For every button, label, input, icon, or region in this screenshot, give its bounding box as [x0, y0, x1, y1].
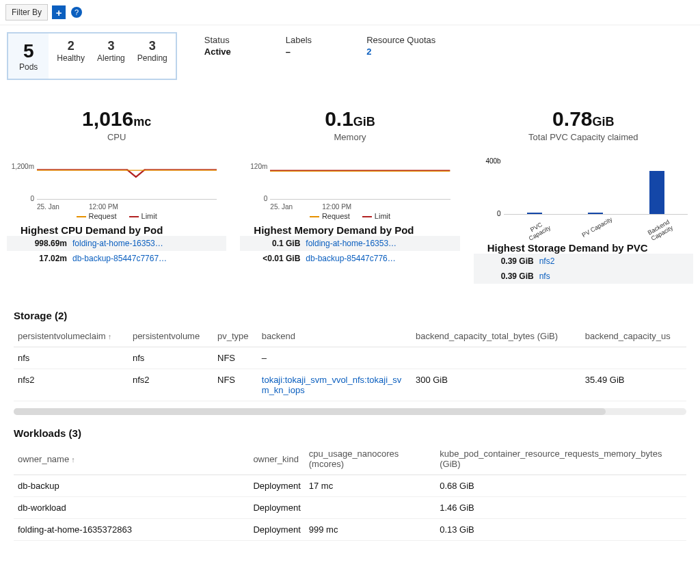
table-row[interactable]: db-workload Deployment 1.46 GiB [14, 497, 686, 519]
col-backend[interactable]: backend [258, 325, 412, 347]
col-owner-kind[interactable]: owner_kind [249, 443, 304, 475]
pod-link[interactable]: folding-at-home-16353… [306, 239, 446, 248]
storage-value: 0.78 [552, 107, 592, 130]
memory-demand-row: 0.1 GiB folding-at-home-16353… [240, 236, 459, 251]
col-pvtype[interactable]: pv_type [213, 325, 258, 347]
pvc-link[interactable]: nfs [539, 271, 679, 281]
memory-metric: 0.1GiB Memory 120m 0 25. Jan 12:00 PM Re… [240, 107, 459, 284]
cpu-demand-row: 998.69m folding-at-home-16353… [7, 236, 226, 251]
storage-chart: 400b 0 PVC Capacity PV Capacity Backend … [474, 149, 693, 238]
cpu-legend: Request Limit [7, 212, 226, 220]
add-filter-button[interactable]: + [52, 5, 66, 19]
storage-table-title: Storage (2) [14, 310, 686, 321]
pod-link[interactable]: db-backup-85447c7767… [72, 254, 213, 263]
cpu-value: 1,016 [82, 107, 133, 130]
table-row[interactable]: nfs2 nfs2 NFS tokaji:tokaji_svm_vvol_nfs… [14, 369, 686, 401]
pods-summary-card: 5 Pods 2 Healthy 3 Alerting 3 Pending [7, 32, 177, 80]
pod-link[interactable]: folding-at-home-16353… [72, 239, 213, 248]
help-icon[interactable]: ? [71, 7, 82, 18]
backend-link[interactable]: tokaji:tokaji_svm_vvol_nfs:tokaji_svm_kn… [258, 369, 412, 401]
pod-link[interactable]: db-backup-85447c776… [306, 254, 446, 263]
table-row[interactable]: folding-at-home-1635372863 Deployment 99… [14, 519, 686, 541]
memory-caption: Memory [240, 132, 459, 142]
pods-total-label: Pods [19, 62, 38, 72]
storage-demand-row: 0.39 GiB nfs2 [474, 254, 693, 269]
memory-demand-title: Highest Memory Demand by Pod [240, 224, 459, 236]
scrollbar-thumb[interactable] [14, 408, 606, 415]
workloads-table-title: Workloads (3) [14, 427, 686, 439]
cpu-metric: 1,016mc CPU 1,200m 0 25. Jan 12:00 PM Re… [7, 107, 226, 284]
pods-pending[interactable]: 3 Pending [137, 39, 167, 73]
memory-chart: 120m 0 25. Jan 12:00 PM [240, 149, 459, 211]
cpu-demand-row: 17.02m db-backup-85447c7767… [7, 251, 226, 266]
col-pv[interactable]: persistentvolume [129, 325, 213, 347]
col-mem[interactable]: kube_pod_container_resource_requests_mem… [435, 443, 686, 475]
storage-caption: Total PVC Capacity claimed [474, 132, 693, 142]
meta-quotas: Resource Quotas 2 [366, 35, 435, 57]
col-owner-name[interactable]: owner_name [14, 443, 249, 475]
workloads-table: owner_name owner_kind cpu_usage_nanocore… [14, 443, 686, 541]
col-pvc[interactable]: persistentvolumeclaim [14, 325, 129, 347]
col-used[interactable]: backend_capacity_us [581, 325, 686, 347]
meta-labels: Labels – [286, 35, 312, 57]
resource-quotas-link[interactable]: 2 [366, 46, 435, 57]
storage-demand-title: Highest Storage Demand by PVC [474, 242, 693, 254]
memory-legend: Request Limit [240, 212, 459, 220]
cpu-caption: CPU [7, 132, 226, 142]
col-cap[interactable]: backend_capacity_total_bytes (GiB) [412, 325, 581, 347]
horizontal-scrollbar[interactable] [14, 408, 686, 415]
table-row[interactable]: nfs nfs NFS – [14, 347, 686, 369]
cpu-chart: 1,200m 0 25. Jan 12:00 PM [7, 149, 226, 211]
storage-metric: 0.78GiB Total PVC Capacity claimed 400b … [474, 107, 693, 284]
pvc-link[interactable]: nfs2 [539, 256, 679, 266]
memory-value: 0.1 [325, 107, 353, 130]
meta-status: Status Active [204, 35, 231, 57]
memory-demand-row: <0.01 GiB db-backup-85447c776… [240, 251, 459, 266]
table-row[interactable]: db-backup Deployment 17 mc 0.68 GiB [14, 475, 686, 497]
cpu-demand-title: Highest CPU Demand by Pod [7, 224, 226, 236]
filter-by-button[interactable]: Filter By [5, 4, 48, 21]
storage-table: persistentvolumeclaim persistentvolume p… [14, 325, 686, 401]
pods-healthy[interactable]: 2 Healthy [57, 39, 85, 73]
pods-alerting[interactable]: 3 Alerting [97, 39, 125, 73]
col-cpu[interactable]: cpu_usage_nanocores (mcores) [305, 443, 435, 475]
storage-demand-row: 0.39 GiB nfs [474, 269, 693, 284]
pods-total: 5 [19, 40, 38, 62]
